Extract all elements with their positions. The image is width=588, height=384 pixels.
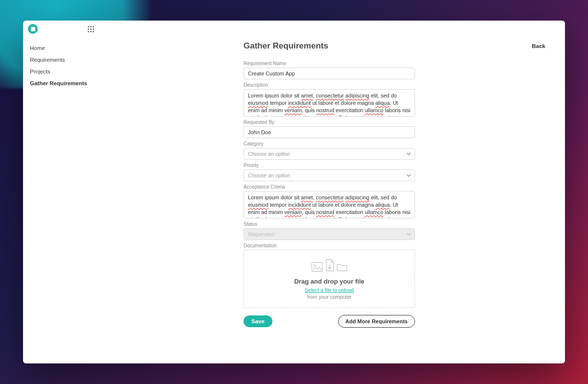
- requirement-name-input[interactable]: [244, 68, 415, 79]
- documentation-dropzone[interactable]: Drag and drop your file Select a file to…: [244, 250, 415, 308]
- requested-by-label: Requested By: [244, 120, 415, 125]
- add-more-requirements-button[interactable]: Add More Requirements: [338, 315, 415, 328]
- status-select: Requested: [244, 228, 415, 240]
- app-window: Home Requirements Projects Gather Requir…: [23, 21, 565, 363]
- documentation-label: Documentation: [244, 243, 415, 248]
- dropzone-title: Drag and drop your file: [249, 278, 410, 285]
- dropzone-select-link[interactable]: Select a file to upload: [249, 287, 410, 293]
- sidebar: Home Requirements Projects Gather Requir…: [23, 37, 97, 363]
- page-title: Gather Requirements: [244, 41, 328, 51]
- requirement-form: Requirement Name Description Lorem ipsum…: [244, 61, 415, 328]
- app-logo-icon[interactable]: [28, 24, 38, 34]
- requirement-name-label: Requirement Name: [244, 61, 415, 66]
- sidebar-item-home[interactable]: Home: [28, 42, 97, 54]
- apps-grid-icon[interactable]: [88, 26, 94, 32]
- category-label: Category: [244, 141, 415, 146]
- file-download-icon: [325, 259, 335, 272]
- priority-select[interactable]: Choose an option: [244, 169, 415, 181]
- description-label: Description: [244, 82, 415, 88]
- back-link[interactable]: Back: [532, 43, 546, 49]
- requested-by-input[interactable]: [244, 126, 415, 138]
- svg-point-1: [314, 264, 316, 266]
- image-icon: [311, 262, 323, 272]
- sidebar-item-gather-requirements[interactable]: Gather Requirements: [28, 77, 97, 89]
- sidebar-item-projects[interactable]: Projects: [28, 66, 97, 77]
- upload-illustration-icon: [249, 259, 410, 272]
- save-button[interactable]: Save: [244, 315, 272, 327]
- form-actions: Save Add More Requirements: [244, 315, 415, 328]
- acceptance-criteria-textarea[interactable]: Lorem ipsum dolor sit amet, consectetur …: [244, 191, 415, 218]
- dropzone-subtext: from your computer: [249, 294, 410, 300]
- topbar: [23, 21, 565, 37]
- folder-icon: [337, 263, 347, 272]
- priority-label: Priority: [244, 163, 415, 168]
- sidebar-item-requirements[interactable]: Requirements: [28, 54, 97, 66]
- page-header: Gather Requirements Back: [244, 37, 545, 58]
- main-content: Gather Requirements Back Requirement Nam…: [97, 37, 565, 363]
- acceptance-criteria-label: Acceptance Crieria: [244, 184, 415, 190]
- description-textarea[interactable]: Lorem ipsum dolor sit amet, consectetur …: [244, 89, 415, 117]
- category-select[interactable]: Choose an option: [244, 148, 415, 160]
- status-label: Status: [244, 221, 415, 227]
